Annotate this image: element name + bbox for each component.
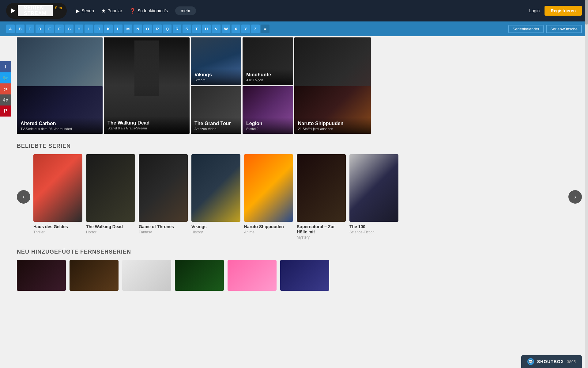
series-card-game-of-thrones[interactable]: Game of Thrones Fantasy	[139, 154, 188, 240]
featured-altered-carbon[interactable]: Altered Carbon TV-Serie aus dem 26. Jahr…	[17, 86, 103, 134]
alpha-letter-C[interactable]: C	[26, 25, 34, 33]
mehr-button[interactable]: mehr	[175, 6, 196, 15]
card-genre-vikings-card: History	[191, 230, 240, 234]
alpha-letter-Y[interactable]: Y	[241, 25, 250, 33]
question-icon: ❓	[130, 8, 136, 14]
alpha-letter-X[interactable]: X	[232, 25, 240, 33]
facebook-btn[interactable]: f	[0, 61, 11, 72]
alpha-letter-S[interactable]: S	[183, 25, 191, 33]
alpha-letter-V[interactable]: V	[212, 25, 221, 33]
alpha-letter-U[interactable]: U	[202, 25, 211, 33]
alpha-letter-N[interactable]: N	[134, 25, 142, 33]
twitter-btn[interactable]: 🐦	[0, 72, 11, 83]
series-card-the-100[interactable]: The 100 Science-Fiction	[349, 154, 398, 240]
alpha-letter-#[interactable]: #	[261, 25, 270, 33]
card-thumb-vikings-card	[191, 154, 240, 222]
card-genre-game-of-thrones: Fantasy	[139, 230, 188, 234]
register-button[interactable]: Registrieren	[545, 6, 582, 16]
featured-ac-title: Altered Carbon	[21, 121, 99, 126]
alpha-letter-G[interactable]: G	[65, 25, 74, 33]
featured-mindhunter[interactable]: Mindhunte Alle Folgen	[243, 37, 293, 85]
series-card-haus-des-geldes[interactable]: Haus des Geldes Thriller	[33, 154, 82, 240]
serienwunsche-btn[interactable]: Serienwünsche	[546, 25, 582, 33]
neue-card-nc1[interactable]	[17, 260, 66, 291]
nav-howto[interactable]: ❓ So funktioniert's	[130, 8, 168, 14]
logo-suffix: S.to	[55, 6, 62, 10]
neue-card-nc3[interactable]	[122, 260, 171, 291]
alpha-letter-T[interactable]: T	[192, 25, 201, 33]
header-right: Login Registrieren	[529, 6, 582, 16]
card-thumb-the-100	[349, 154, 398, 222]
alpha-letter-K[interactable]: K	[104, 25, 113, 33]
card-thumb-haus-des-geldes	[33, 154, 82, 222]
alpha-letter-O[interactable]: O	[143, 25, 152, 33]
beliebte-title: BELIEBTE SERIEN	[17, 143, 582, 149]
scrollbar-thumb	[585, 0, 588, 25]
card-title-haus-des-geldes: Haus des Geldes	[33, 224, 82, 229]
alpha-bar-right: Serienkalender Serienwünsche	[508, 25, 582, 33]
serienkalender-btn[interactable]: Serienkalender	[508, 25, 544, 33]
card-title-walking-dead: The Walking Dead	[86, 224, 135, 229]
alpha-letter-I[interactable]: I	[85, 25, 93, 33]
featured-vikings-subtitle: Stream	[194, 78, 238, 82]
logo[interactable]: SERIENSTREAM S.to	[6, 3, 67, 18]
card-genre-supernatural: Mystery	[297, 235, 346, 240]
neue-card-nc4[interactable]	[175, 260, 224, 291]
pinterest-btn[interactable]: P	[0, 105, 11, 117]
featured-legion-subtitle: Staffel 2	[246, 127, 289, 131]
card-thumb-supernatural	[297, 154, 346, 222]
alpha-letter-B[interactable]: B	[16, 25, 24, 33]
star-icon: ★	[101, 8, 106, 14]
alpha-letter-F[interactable]: F	[55, 25, 64, 33]
alpha-letter-E[interactable]: E	[45, 25, 54, 33]
nav-popular[interactable]: ★ Populär	[101, 8, 122, 14]
featured-legion[interactable]: Legion Staffel 2	[243, 86, 293, 134]
card-genre-walking-dead: Horror	[86, 230, 135, 234]
featured-walking-dead[interactable]: The Walking Dead Staffel 8 als Gratis-St…	[104, 37, 190, 134]
neue-grid	[17, 260, 582, 291]
alpha-letter-H[interactable]: H	[75, 25, 83, 33]
beliebte-carousel: ‹ Haus des Geldes Thriller The Walking D…	[17, 154, 582, 240]
featured-grand-tour[interactable]: The Grand Tour Amazon Video	[191, 86, 241, 134]
series-card-walking-dead[interactable]: The Walking Dead Horror	[86, 154, 135, 240]
nav-serien[interactable]: ▶ Serien	[76, 8, 94, 14]
series-card-naruto-card[interactable]: Naruto Shippuuden Anime	[244, 154, 293, 240]
scrollbar[interactable]	[585, 0, 588, 300]
neue-card-nc5[interactable]	[228, 260, 277, 291]
email-btn[interactable]: @	[0, 94, 11, 105]
card-title-the-100: The 100	[349, 224, 398, 229]
featured-naruto-title: Naruto Shippuuden	[298, 121, 367, 126]
series-card-vikings-card[interactable]: Vikings History	[191, 154, 240, 240]
neue-card-nc2[interactable]	[70, 260, 119, 291]
carousel-prev-btn[interactable]: ‹	[17, 190, 30, 204]
featured-wd-title: The Walking Dead	[107, 120, 186, 126]
neue-section: NEU HINZUGEFÜGTE FERNSEHSERIEN	[17, 249, 582, 291]
featured-mh-title: Mindhunte	[246, 72, 289, 78]
alpha-letter-W[interactable]: W	[222, 25, 230, 33]
alpha-letter-J[interactable]: J	[94, 25, 103, 33]
social-sidebar: f 🐦 g+ @ P	[0, 61, 11, 117]
alpha-letter-Q[interactable]: Q	[163, 25, 172, 33]
google-plus-btn[interactable]: g+	[0, 83, 11, 94]
series-card-supernatural[interactable]: Supernatural – Zur Hölle mit Mystery	[297, 154, 346, 240]
alpha-letter-D[interactable]: D	[36, 25, 44, 33]
featured-vikings[interactable]: Vikings Stream	[191, 37, 241, 85]
alpha-letter-P[interactable]: P	[153, 25, 162, 33]
card-genre-the-100: Science-Fiction	[349, 230, 398, 234]
neue-card-nc6[interactable]	[280, 260, 329, 291]
main-nav: ▶ Serien ★ Populär ❓ So funktioniert's m…	[76, 6, 520, 15]
alpha-letter-M[interactable]: M	[124, 25, 132, 33]
carousel-next-btn[interactable]: ›	[568, 190, 582, 204]
card-title-game-of-thrones: Game of Thrones	[139, 224, 188, 229]
featured-ac-subtitle: TV-Serie aus dem 26. Jahrhundert	[21, 127, 99, 131]
featured-wd-subtitle: Staffel 8 als Gratis-Stream	[107, 126, 186, 130]
alpha-letter-A[interactable]: A	[6, 25, 15, 33]
alpha-letter-L[interactable]: L	[114, 25, 123, 33]
logo-text: SERIENSTREAM	[18, 5, 53, 16]
featured-naruto[interactable]: Naruto Shippuuden 21 Staffel jetzt anseh…	[294, 86, 371, 134]
logo-main: SERIENSTREAM	[18, 5, 53, 16]
card-thumb-walking-dead	[86, 154, 135, 222]
alpha-letter-Z[interactable]: Z	[251, 25, 260, 33]
login-button[interactable]: Login	[529, 8, 540, 13]
alpha-letter-R[interactable]: R	[173, 25, 181, 33]
